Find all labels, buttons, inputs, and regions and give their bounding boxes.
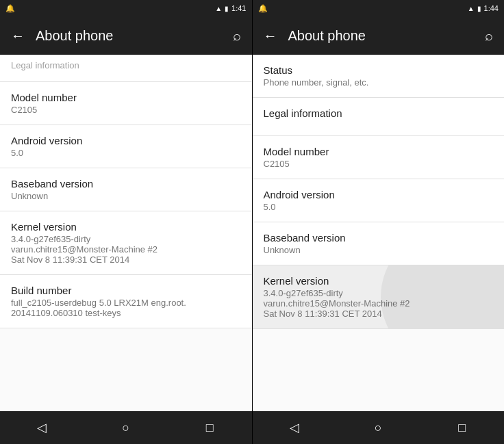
left-kernel-version-value: 3.4.0-g27ef635-dirty varun.chitre15@Mons… bbox=[11, 234, 241, 265]
right-panel: 🔔 ▲ ▮ 1:44 ← About phone ⌕ Status Phone … bbox=[253, 0, 505, 444]
right-back-nav-button[interactable]: ◁ bbox=[274, 411, 315, 444]
right-notification-icon: 🔔 bbox=[258, 4, 268, 13]
right-search-button[interactable]: ⌕ bbox=[485, 28, 493, 44]
left-back-nav-button[interactable]: ◁ bbox=[21, 411, 62, 444]
left-notification-icon: 🔔 bbox=[5, 4, 15, 13]
left-baseband-version-value: Unknown bbox=[11, 191, 241, 201]
left-kernel-version-item[interactable]: Kernel version 3.4.0-g27ef635-dirty varu… bbox=[0, 211, 252, 275]
right-legal-item[interactable]: Legal information bbox=[253, 98, 505, 136]
left-time: 1:41 bbox=[231, 4, 246, 12]
right-status-title: Status bbox=[264, 64, 494, 76]
left-kernel-version-title: Kernel version bbox=[11, 221, 241, 233]
right-status-right: ▲ ▮ 1:44 bbox=[468, 4, 499, 12]
ripple-effect bbox=[381, 265, 504, 329]
right-home-nav-button[interactable]: ○ bbox=[357, 411, 399, 444]
right-baseband-version-value: Unknown bbox=[264, 245, 494, 255]
right-content: Status Phone number, signal, etc. Legal … bbox=[253, 55, 505, 411]
right-toolbar: ← About phone ⌕ bbox=[253, 16, 505, 55]
left-search-button[interactable]: ⌕ bbox=[233, 28, 241, 44]
left-status-bar: 🔔 ▲ ▮ 1:41 bbox=[0, 0, 252, 16]
left-recents-nav-button[interactable]: □ bbox=[189, 411, 230, 444]
left-model-number-item[interactable]: Model number C2105 bbox=[0, 82, 252, 125]
left-baseband-version-item[interactable]: Baseband version Unknown bbox=[0, 168, 252, 211]
right-back-button[interactable]: ← bbox=[264, 28, 277, 44]
right-baseband-version-item[interactable]: Baseband version Unknown bbox=[253, 222, 505, 265]
left-status-right: ▲ ▮ 1:41 bbox=[215, 4, 246, 12]
left-android-version-item[interactable]: Android version 5.0 bbox=[0, 125, 252, 168]
left-page-title: About phone bbox=[36, 28, 222, 44]
right-model-number-title: Model number bbox=[264, 146, 494, 157]
right-model-number-value: C2105 bbox=[264, 159, 494, 169]
right-status-left: 🔔 bbox=[258, 4, 268, 13]
left-build-number-title: Build number bbox=[11, 285, 241, 296]
right-legal-title: Legal information bbox=[264, 107, 494, 119]
right-baseband-version-title: Baseband version bbox=[264, 232, 494, 244]
right-model-number-item[interactable]: Model number C2105 bbox=[253, 136, 505, 179]
left-toolbar: ← About phone ⌕ bbox=[0, 16, 252, 55]
right-signal-icon: ▲ bbox=[468, 5, 475, 12]
right-page-title: About phone bbox=[288, 28, 475, 44]
left-baseband-version-title: Baseband version bbox=[11, 178, 241, 190]
left-nav-bar: ◁ ○ □ bbox=[0, 411, 252, 444]
left-model-number-title: Model number bbox=[11, 92, 241, 103]
left-content: Legal information Model number C2105 And… bbox=[0, 55, 252, 411]
right-nav-bar: ◁ ○ □ bbox=[253, 411, 505, 444]
left-signal-icon: ▲ bbox=[215, 5, 222, 12]
left-model-number-value: C2105 bbox=[11, 105, 241, 115]
left-build-number-value: full_c2105-userdebug 5.0 LRX21M eng.root… bbox=[11, 298, 241, 318]
left-home-nav-button[interactable]: ○ bbox=[105, 411, 147, 444]
right-kernel-version-item[interactable]: Kernel version 3.4.0-g27ef635-dirty varu… bbox=[253, 265, 505, 329]
right-time: 1:44 bbox=[484, 4, 499, 12]
left-android-version-title: Android version bbox=[11, 135, 241, 146]
left-build-number-item[interactable]: Build number full_c2105-userdebug 5.0 LR… bbox=[0, 275, 252, 328]
right-battery-icon: ▮ bbox=[477, 5, 481, 12]
left-legal-partial-title: Legal information bbox=[11, 60, 241, 70]
left-panel: 🔔 ▲ ▮ 1:41 ← About phone ⌕ Legal informa… bbox=[0, 0, 252, 444]
left-battery-icon: ▮ bbox=[225, 5, 229, 12]
left-legal-partial[interactable]: Legal information bbox=[0, 55, 252, 82]
right-android-version-value: 5.0 bbox=[264, 202, 494, 212]
left-android-version-value: 5.0 bbox=[11, 148, 241, 158]
left-status-left: 🔔 bbox=[5, 4, 15, 13]
left-back-button[interactable]: ← bbox=[11, 28, 25, 44]
right-recents-nav-button[interactable]: □ bbox=[442, 411, 483, 444]
right-android-version-title: Android version bbox=[264, 189, 494, 200]
right-status-item[interactable]: Status Phone number, signal, etc. bbox=[253, 55, 505, 98]
right-status-subtitle: Phone number, signal, etc. bbox=[264, 77, 494, 88]
right-status-bar: 🔔 ▲ ▮ 1:44 bbox=[253, 0, 505, 16]
right-android-version-item[interactable]: Android version 5.0 bbox=[253, 179, 505, 222]
